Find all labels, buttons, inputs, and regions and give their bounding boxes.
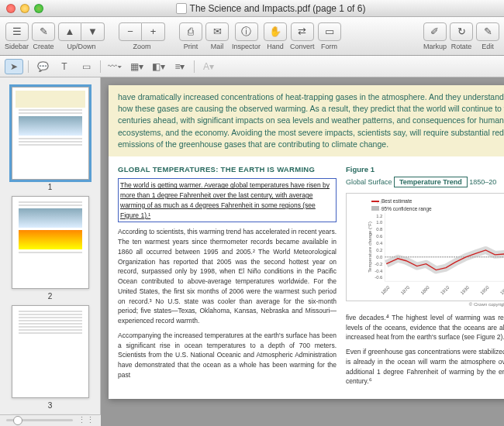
inspector-button[interactable]: ⓘ [235,22,258,41]
chart-credit: © Crown copyright 2006, data supplied by… [346,301,504,308]
print-label: Print [184,43,198,50]
thumb-num-3: 3 [0,401,100,410]
mail-button[interactable]: ✉ [205,22,229,41]
window-controls [6,4,43,13]
mail-label: Mail [211,43,224,50]
grip-icon[interactable]: ⋮⋮ [78,415,95,425]
minimize-button[interactable] [20,4,29,13]
svg-text:1930: 1930 [460,284,471,295]
markup-button[interactable]: ✐ [423,22,447,41]
svg-text:1.0: 1.0 [376,220,383,225]
form-button[interactable]: ▭ [318,22,341,41]
fill-color-tool[interactable]: ◧▾ [149,59,167,74]
svg-text:1890: 1890 [419,284,430,295]
svg-text:-0.4: -0.4 [375,268,383,273]
document-viewport[interactable]: have dramatically increased concentratio… [101,77,504,426]
rect-tool[interactable]: ▭ [77,59,95,74]
main-toolbar: ☰Sidebar ✎Create ▲▼Up/Down −+Zoom ⎙Print… [0,17,504,56]
svg-text:1870: 1870 [400,284,411,295]
line-style-tool[interactable]: ≡▾ [171,59,189,74]
arrow-tool[interactable]: ➤ [5,59,23,74]
font-tool[interactable]: A▾ [199,59,218,74]
svg-text:0.2: 0.2 [376,248,382,253]
titlebar: The Science and Impacts.pdf (page 1 of 6… [0,0,504,17]
hand-label: Hand [267,43,284,50]
body-paragraph-4: Even if greenhouse gas concentrations we… [346,347,504,386]
zoom-in-button[interactable]: + [142,22,165,41]
convert-button[interactable]: ⇄ [291,22,314,41]
svg-text:1910: 1910 [440,284,450,295]
rotate-button[interactable]: ↻ [450,22,473,41]
highlighted-text[interactable]: The world is getting warmer. Average glo… [118,178,337,222]
svg-text:0.6: 0.6 [376,234,383,239]
document-icon [176,3,187,14]
inspector-label: Inspector [232,43,261,50]
page-up-button[interactable]: ▲ [58,22,81,41]
markup-label: Markup [423,43,447,50]
section-heading: GLOBAL TEMPERATURES: THE EARTH IS WARMIN… [118,164,337,175]
figure-label: Figure 1 [346,164,504,175]
chart-legend: Best estimate 95% confidence range [370,197,433,214]
svg-text:0.0: 0.0 [376,255,383,259]
svg-text:1.2: 1.2 [376,213,382,218]
sidebar-button[interactable]: ☰ [5,22,29,41]
edit-label: Edit [482,43,494,50]
hand-button[interactable]: ✋ [264,22,287,41]
thumbnail-sidebar[interactable]: 1 2 3 4 [0,77,101,414]
zoom-out-button[interactable]: − [119,22,142,41]
body-paragraph-3: five decades.⁴ The highest level of warm… [346,313,504,342]
zoom-label: Zoom [133,43,151,50]
thumbnail-page-1[interactable] [12,87,89,180]
intro-paragraph: have dramatically increased concentratio… [109,85,504,156]
create-label: Create [33,43,54,50]
svg-text:0.4: 0.4 [376,241,383,246]
text-tool[interactable]: T [55,59,74,74]
print-button[interactable]: ⎙ [179,22,202,41]
figure-title: Global Surface Temperature Trend 1850–20 [346,177,504,188]
sidebar-label: Sidebar [5,43,29,50]
create-button[interactable]: ✎ [32,22,55,41]
page-down-button[interactable]: ▼ [81,22,105,41]
form-label: Form [321,43,337,50]
thumb-num-2: 2 [0,292,100,301]
sidebar-footer: ⋮⋮ [0,414,101,426]
svg-text:0.8: 0.8 [376,227,383,232]
annotation-toolbar: ➤ 💬 T ▭ 〰▾ ▦▾ ◧▾ ≡▾ A▾ [0,56,504,77]
zoom-button[interactable] [34,4,43,13]
thumb-num-1: 1 [0,183,100,191]
stroke-width-tool[interactable]: 〰▾ [105,59,124,74]
svg-text:1850: 1850 [380,284,391,295]
body-paragraph-1: According to scientists, this warming tr… [118,227,337,326]
temperature-chart: Best estimate 95% confidence range 1.61.… [346,193,504,301]
rotate-label: Rotate [451,43,472,50]
body-paragraph-2: Accompanying the increased temperatures … [118,331,337,380]
svg-text:Temperature change (°F): Temperature change (°F) [368,222,372,273]
convert-label: Convert [290,43,315,50]
stroke-color-tool[interactable]: ▦▾ [127,59,146,74]
svg-text:-0.2: -0.2 [375,262,382,266]
updown-label: Up/Down [67,43,96,50]
thumbnail-page-3[interactable] [12,305,89,398]
thumbnail-page-2[interactable] [12,196,89,289]
close-button[interactable] [6,4,16,13]
comment-tool[interactable]: 💬 [33,59,52,74]
pdf-page: have dramatically increased concentratio… [109,85,504,399]
svg-text:-0.6: -0.6 [375,275,383,280]
svg-text:1950: 1950 [479,284,490,295]
thumbnail-size-slider[interactable] [6,419,73,421]
window-title: The Science and Impacts.pdf (page 1 of 6… [190,3,366,14]
edit-button[interactable]: ✎ [476,22,499,41]
svg-text:1970: 1970 [499,284,504,295]
